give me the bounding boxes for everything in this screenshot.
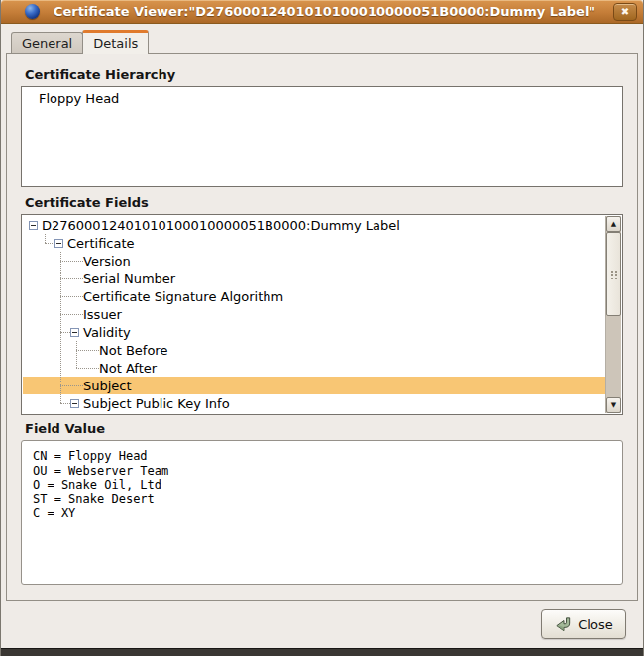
tab-general[interactable]: General [11, 32, 83, 53]
close-button-label: Close [578, 617, 612, 632]
tree-row-label: Version [83, 254, 131, 269]
tree-row-label: Issuer [83, 307, 122, 322]
tab-details[interactable]: Details [82, 30, 149, 54]
tree-indent [23, 278, 60, 279]
certificate-hierarchy-heading: Certificate Hierarchy [25, 67, 623, 82]
tree-connector-line [45, 235, 54, 244]
globe-icon[interactable] [25, 4, 40, 19]
tree-indent [23, 403, 60, 404]
tree-row-version[interactable]: Version [23, 252, 605, 270]
certificate-fields-box: D27600012401010100010000051B0000:Dummy L… [21, 214, 623, 415]
tree-guide-line [60, 252, 61, 403]
field-value-line: C = XY [33, 506, 622, 521]
certificate-fields-tree: D27600012401010100010000051B0000:Dummy L… [23, 216, 605, 413]
tree-connector-line [60, 306, 83, 315]
window-close-button[interactable]: ✖ [613, 3, 637, 21]
tree-connector-line [76, 342, 99, 351]
tree-row-label: D27600012401010100010000051B0000:Dummy L… [42, 218, 400, 233]
titlebar[interactable]: Certificate Viewer:"D2760001240101010001… [1, 0, 643, 24]
tree-row-label: Certificate [67, 236, 135, 251]
tab-bar: General Details [1, 24, 643, 53]
tree-indent [23, 385, 60, 386]
tree-indent [23, 368, 76, 369]
tree-row-not-before[interactable]: Not Before [23, 341, 605, 359]
tree-row-subject[interactable]: Subject [23, 377, 605, 394]
certificate-fields-heading: Certificate Fields [25, 195, 623, 210]
tree-indent [23, 296, 60, 297]
tree-row-label: Not After [99, 361, 157, 376]
field-value-line: ST = Snake Desert [33, 492, 622, 507]
certificate-hierarchy-list[interactable]: Floppy Head [21, 86, 623, 187]
scrollbar-up-button[interactable]: ▲ [606, 216, 621, 232]
tree-connector-line [60, 271, 83, 279]
hierarchy-item[interactable]: Floppy Head [22, 90, 622, 107]
tree-indent [23, 350, 76, 351]
tree-indent [23, 243, 45, 244]
tree-row-subject-public-key-info[interactable]: Subject Public Key Info [23, 394, 605, 412]
tree-connector-line [60, 324, 70, 333]
scrollbar-thumb[interactable] [606, 232, 621, 316]
tree-indent [23, 314, 60, 315]
field-value-line: CN = Floppy Head [33, 449, 622, 464]
tree-connector-line [60, 288, 83, 297]
details-tab-panel: Certificate Hierarchy Floppy Head Certif… [6, 53, 638, 601]
tree-connector-line [60, 378, 83, 386]
field-value-line: O = Snake Oil, Ltd [33, 478, 622, 492]
tree-row-label: Subject Public Key Info [83, 396, 230, 411]
tree-connector-line [76, 360, 99, 369]
expander-collapse-icon[interactable] [70, 328, 79, 337]
certificate-viewer-window: Certificate Viewer:"D2760001240101010001… [0, 0, 644, 656]
expander-collapse-icon[interactable] [54, 239, 63, 248]
tree-row-not-after[interactable]: Not After [23, 359, 605, 377]
tree-row-label: Not Before [99, 343, 167, 358]
scrollbar-grip [610, 270, 618, 279]
window-bottom-border [1, 648, 643, 656]
dialog-footer: Close [1, 601, 643, 648]
tree-row-label: Subject [83, 379, 132, 393]
expander-collapse-icon[interactable] [70, 399, 79, 408]
tree-row-certificate-signature-algorith[interactable]: Certificate Signature Algorithm [23, 287, 605, 305]
tree-row-issuer[interactable]: Issuer [23, 305, 605, 323]
tree-row-validity[interactable]: Validity [23, 323, 605, 341]
tree-indent [23, 332, 60, 333]
field-value-textarea[interactable]: CN = Floppy HeadOU = Webserver TeamO = S… [21, 440, 623, 585]
tree-guide-line [76, 341, 77, 368]
tree-row-certificate[interactable]: Certificate [23, 234, 605, 252]
field-value-heading: Field Value [25, 421, 623, 436]
tree-row-label: Serial Number [83, 272, 175, 286]
expander-collapse-icon[interactable] [29, 221, 38, 230]
tree-connector-line [60, 253, 83, 262]
tree-row-label: Certificate Signature Algorithm [83, 289, 283, 304]
close-button[interactable]: Close [541, 609, 626, 639]
close-arrow-icon [554, 615, 573, 634]
tree-row-serial-number[interactable]: Serial Number [23, 270, 605, 287]
window-title: Certificate Viewer:"D2760001240101010001… [40, 4, 609, 19]
tree-row-label: Validity [83, 325, 131, 340]
tree-connector-line [60, 395, 70, 404]
tree-guide-line [45, 234, 46, 243]
scrollbar-track[interactable]: ▲ ▼ [605, 216, 621, 413]
tree-indent [23, 261, 60, 262]
field-value-line: OU = Webserver Team [33, 464, 622, 479]
tree-row-d27600012401010100010000051b00[interactable]: D27600012401010100010000051B0000:Dummy L… [23, 216, 605, 234]
scrollbar-down-button[interactable]: ▼ [606, 397, 621, 413]
